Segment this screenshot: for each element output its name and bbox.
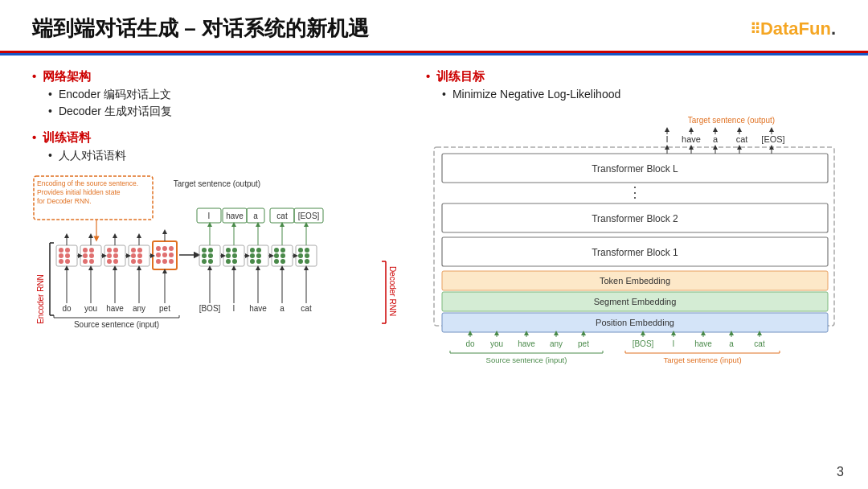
svg-point-24 — [83, 253, 88, 258]
svg-text:Source sentence (input): Source sentence (input) — [74, 320, 159, 329]
logo-text: DataFun — [760, 18, 831, 39]
svg-text:[BOS]: [BOS] — [199, 304, 221, 313]
svg-point-15 — [59, 248, 63, 253]
svg-point-18 — [65, 253, 70, 258]
svg-text:a: a — [713, 134, 719, 144]
svg-text:a: a — [253, 212, 258, 220]
svg-text:Transformer Block 1: Transformer Block 1 — [592, 247, 678, 258]
svg-text:do: do — [465, 339, 475, 348]
svg-text:have: have — [106, 304, 124, 313]
svg-text:[EOS]: [EOS] — [761, 134, 784, 144]
svg-point-49 — [156, 259, 161, 264]
svg-point-27 — [89, 259, 94, 264]
sub-objective: Minimize Negative Log-Likelihood — [442, 88, 836, 101]
svg-point-77 — [274, 253, 279, 258]
svg-point-32 — [113, 253, 118, 258]
svg-text:I: I — [673, 339, 675, 348]
svg-point-29 — [107, 248, 112, 253]
encoder-decoder-diagram: Encoding of the source sentence. Provide… — [32, 175, 402, 363]
svg-text:Position Embedding: Position Embedding — [596, 318, 674, 327]
svg-point-30 — [113, 248, 118, 253]
svg-text:I: I — [665, 134, 668, 144]
svg-text:cat: cat — [754, 339, 765, 348]
svg-text:cat: cat — [736, 134, 748, 144]
svg-point-19 — [59, 259, 63, 264]
svg-text:any: any — [550, 339, 563, 348]
svg-point-72 — [250, 259, 255, 264]
svg-point-76 — [280, 248, 285, 253]
svg-point-34 — [113, 259, 118, 264]
svg-point-46 — [156, 253, 161, 257]
svg-point-71 — [256, 253, 261, 258]
svg-point-61 — [226, 248, 231, 253]
svg-text:Token Embedding: Token Embedding — [600, 276, 670, 286]
svg-text:have: have — [249, 304, 267, 313]
svg-point-73 — [256, 259, 261, 264]
svg-text:Source sentence (input): Source sentence (input) — [486, 355, 567, 364]
svg-point-66 — [232, 259, 237, 264]
section-corpus: 训练语料 人人对话语料 — [32, 130, 402, 163]
svg-point-64 — [232, 253, 237, 258]
svg-point-65 — [226, 259, 231, 264]
svg-point-55 — [208, 248, 213, 253]
svg-text:[EOS]: [EOS] — [298, 212, 320, 220]
svg-point-75 — [274, 248, 279, 253]
sub-encoder: Encoder 编码对话上文 — [48, 88, 402, 102]
svg-text:[BOS]: [BOS] — [633, 339, 654, 348]
section-network-title: 网络架构 — [32, 69, 402, 84]
bert-svg: Target sentence (output) I have a cat [E… — [426, 112, 844, 385]
svg-point-62 — [232, 248, 237, 253]
svg-text:cat: cat — [276, 212, 288, 220]
svg-point-82 — [298, 248, 303, 253]
svg-point-85 — [305, 253, 309, 258]
page-title: 端到端对话生成 – 对话系统的新机遇 — [32, 14, 369, 43]
svg-point-16 — [65, 248, 70, 253]
svg-point-83 — [305, 248, 309, 253]
sub-corpus: 人人对话语料 — [48, 149, 402, 163]
svg-point-20 — [65, 259, 70, 264]
svg-point-40 — [131, 259, 136, 264]
svg-point-59 — [208, 259, 213, 264]
svg-point-54 — [202, 248, 207, 253]
svg-point-33 — [107, 259, 112, 264]
svg-text:Segment Embedding: Segment Embedding — [594, 297, 677, 306]
svg-point-48 — [169, 253, 174, 257]
svg-point-86 — [298, 259, 303, 264]
svg-point-70 — [250, 253, 255, 258]
svg-point-58 — [202, 259, 207, 264]
svg-point-68 — [250, 248, 255, 253]
svg-point-57 — [208, 253, 213, 258]
svg-text:Target sentence (output): Target sentence (output) — [174, 179, 260, 188]
section-objective: 训练目标 Minimize Negative Log-Likelihood — [426, 69, 836, 101]
svg-point-26 — [83, 259, 88, 264]
svg-text:I: I — [208, 212, 211, 220]
logo: ⠿ DataFun. — [750, 18, 836, 39]
svg-point-37 — [137, 248, 142, 253]
svg-point-23 — [89, 248, 94, 253]
page-number: 3 — [837, 465, 844, 479]
sub-decoder: Decoder 生成对话回复 — [48, 105, 402, 119]
svg-text:you: you — [490, 339, 503, 348]
svg-text:Decoder RNN: Decoder RNN — [388, 266, 397, 316]
svg-point-87 — [305, 259, 309, 264]
svg-point-80 — [280, 259, 285, 264]
svg-point-51 — [169, 259, 174, 264]
svg-point-69 — [256, 248, 261, 253]
svg-text:Transformer Block L: Transformer Block L — [592, 163, 678, 175]
right-panel: 训练目标 Minimize Negative Log-Likelihood Ta… — [418, 69, 836, 478]
svg-text:a: a — [280, 304, 285, 313]
header: 端到端对话生成 – 对话系统的新机遇 ⠿ DataFun. — [0, 0, 868, 53]
svg-point-45 — [169, 246, 174, 251]
svg-text:pet: pet — [159, 304, 170, 313]
svg-point-78 — [280, 253, 285, 258]
svg-point-25 — [89, 253, 94, 258]
svg-point-39 — [137, 253, 142, 258]
svg-point-22 — [83, 248, 88, 253]
svg-text:have: have — [226, 212, 244, 220]
svg-point-31 — [107, 253, 112, 258]
left-panel: 网络架构 Encoder 编码对话上文 Decoder 生成对话回复 训练语料 … — [32, 69, 418, 478]
svg-point-38 — [131, 253, 136, 258]
svg-point-17 — [59, 253, 63, 258]
svg-text:have: have — [682, 134, 701, 144]
svg-point-43 — [156, 246, 161, 251]
